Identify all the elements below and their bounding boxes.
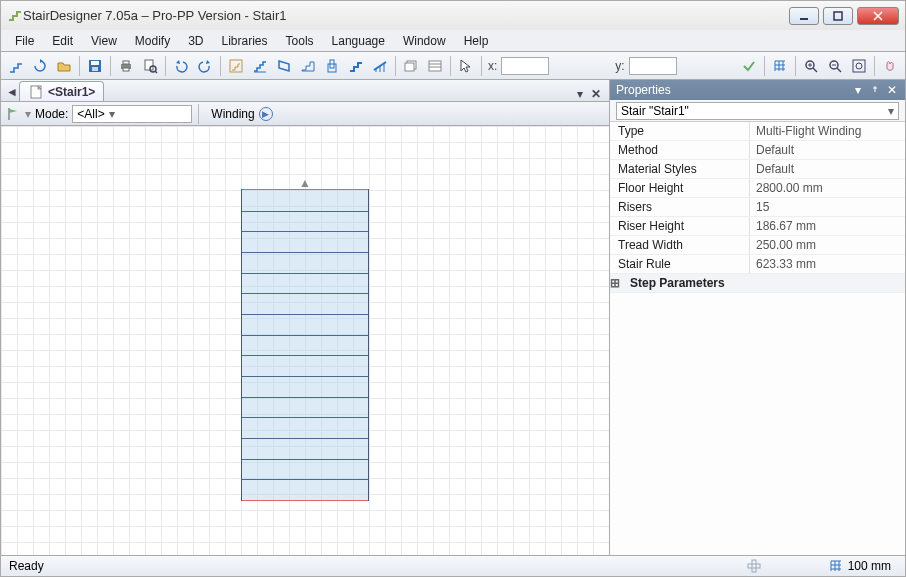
svg-rect-3 xyxy=(91,61,99,65)
panel-close-icon[interactable]: ✕ xyxy=(885,83,899,97)
separator xyxy=(450,56,451,76)
snap-icon[interactable] xyxy=(746,558,762,574)
print-preview-icon[interactable] xyxy=(139,55,161,77)
refresh-icon[interactable] xyxy=(29,55,51,77)
undo-icon[interactable] xyxy=(170,55,192,77)
properties-icon[interactable] xyxy=(424,55,446,77)
property-row: Risers15 xyxy=(610,198,905,217)
print-icon[interactable] xyxy=(115,55,137,77)
svg-line-35 xyxy=(837,68,841,72)
grid-size-value: 100 mm xyxy=(848,559,891,573)
separator xyxy=(165,56,166,76)
winding-label: Winding xyxy=(211,107,254,121)
newel-icon[interactable] xyxy=(321,55,343,77)
menu-help[interactable]: Help xyxy=(456,32,497,50)
separator xyxy=(220,56,221,76)
grid-toggle-icon[interactable] xyxy=(769,55,791,77)
y-input[interactable] xyxy=(629,57,677,75)
x-input[interactable] xyxy=(501,57,549,75)
mode-select[interactable]: <All> ▾ xyxy=(72,105,192,123)
svg-rect-6 xyxy=(123,61,129,64)
menu-file[interactable]: File xyxy=(7,32,42,50)
main-area: ◄ <Stair1> ▾ ✕ ▾ Mode: <All> ▾ Winding ▶ xyxy=(0,80,906,555)
step-icon[interactable] xyxy=(345,55,367,77)
svg-line-10 xyxy=(155,71,157,73)
property-row: Riser Height186.67 mm xyxy=(610,217,905,236)
open-icon[interactable] xyxy=(53,55,75,77)
y-label: y: xyxy=(613,59,626,73)
properties-header: Properties ▾ ✕ xyxy=(610,80,905,100)
svg-rect-20 xyxy=(405,63,414,71)
select-icon[interactable] xyxy=(455,55,477,77)
flag-icon[interactable] xyxy=(5,106,21,122)
separator xyxy=(79,56,80,76)
properties-grid: TypeMulti-Flight Winding MethodDefault M… xyxy=(610,122,905,555)
document-icon xyxy=(28,84,44,100)
grid-size-indicator[interactable]: 100 mm xyxy=(822,558,897,574)
tab-prev-button[interactable]: ◄ xyxy=(5,83,19,101)
confirm-icon[interactable] xyxy=(738,55,760,77)
properties-title: Properties xyxy=(616,83,671,97)
layers-icon[interactable] xyxy=(400,55,422,77)
svg-rect-41 xyxy=(752,560,756,572)
property-row: Floor Height2800.00 mm xyxy=(610,179,905,198)
status-text: Ready xyxy=(9,559,44,573)
titlebar: StairDesigner 7.05a – Pro-PP Version - S… xyxy=(0,0,906,30)
menu-modify[interactable]: Modify xyxy=(127,32,178,50)
view-elevation-icon[interactable] xyxy=(249,55,271,77)
object-dropdown[interactable]: Stair "Stair1" ▾ xyxy=(616,102,899,120)
svg-rect-8 xyxy=(145,60,153,70)
chevron-down-icon: ▾ xyxy=(888,104,894,118)
menu-view[interactable]: View xyxy=(83,32,125,50)
menu-libraries[interactable]: Libraries xyxy=(214,32,276,50)
handrail-icon[interactable] xyxy=(369,55,391,77)
separator xyxy=(874,56,875,76)
pan-icon[interactable] xyxy=(879,55,901,77)
view-stair-icon[interactable] xyxy=(225,55,247,77)
zoom-in-icon[interactable] xyxy=(800,55,822,77)
svg-line-31 xyxy=(813,68,817,72)
mode-value: <All> xyxy=(77,107,104,121)
close-button[interactable] xyxy=(857,7,899,25)
panel-menu-icon[interactable]: ▾ xyxy=(851,83,865,97)
separator xyxy=(481,56,482,76)
new-stair-icon[interactable] xyxy=(5,55,27,77)
stair-plan-shape[interactable] xyxy=(241,189,369,501)
toolbar: x: y: xyxy=(0,52,906,80)
property-group-step-parameters[interactable]: ⊞ Step Parameters xyxy=(610,274,905,293)
separator xyxy=(795,56,796,76)
properties-object-selector: Stair "Stair1" ▾ xyxy=(610,100,905,122)
expand-icon: ⊞ xyxy=(610,276,620,290)
property-row: Tread Width250.00 mm xyxy=(610,236,905,255)
grid-icon xyxy=(828,558,844,574)
object-name: Stair "Stair1" xyxy=(621,104,689,118)
menu-3d[interactable]: 3D xyxy=(180,32,211,50)
separator xyxy=(198,104,199,124)
panel-pin-icon[interactable] xyxy=(868,83,882,97)
svg-rect-21 xyxy=(429,61,441,71)
document-tab-stair1[interactable]: <Stair1> xyxy=(19,81,104,101)
svg-rect-37 xyxy=(853,60,865,72)
save-icon[interactable] xyxy=(84,55,106,77)
redo-icon[interactable] xyxy=(194,55,216,77)
svg-point-38 xyxy=(856,63,862,69)
menu-tools[interactable]: Tools xyxy=(278,32,322,50)
winding-button[interactable]: Winding ▶ xyxy=(205,107,278,121)
menu-window[interactable]: Window xyxy=(395,32,454,50)
drawing-canvas[interactable]: ▲ xyxy=(1,126,609,555)
menu-language[interactable]: Language xyxy=(324,32,393,50)
canvas-panel: ◄ <Stair1> ▾ ✕ ▾ Mode: <All> ▾ Winding ▶ xyxy=(1,80,609,555)
zoom-out-icon[interactable] xyxy=(824,55,846,77)
panel-icon[interactable] xyxy=(273,55,295,77)
window-title: StairDesigner 7.05a – Pro-PP Version - S… xyxy=(23,8,789,23)
tab-dropdown-icon[interactable]: ▾ xyxy=(573,87,587,101)
minimize-button[interactable] xyxy=(789,7,819,25)
x-label: x: xyxy=(486,59,499,73)
tab-close-button[interactable]: ✕ xyxy=(587,87,605,101)
string-icon[interactable] xyxy=(297,55,319,77)
menubar: File Edit View Modify 3D Libraries Tools… xyxy=(0,30,906,52)
zoom-fit-icon[interactable] xyxy=(848,55,870,77)
maximize-button[interactable] xyxy=(823,7,853,25)
document-tab-strip: ◄ <Stair1> ▾ ✕ xyxy=(1,80,609,102)
menu-edit[interactable]: Edit xyxy=(44,32,81,50)
